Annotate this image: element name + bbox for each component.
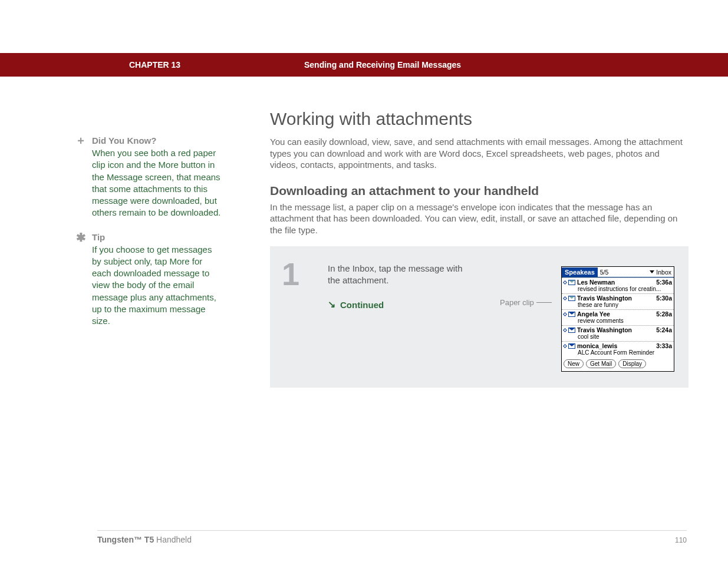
footer-rule bbox=[97, 530, 687, 531]
dyk-heading: + Did You Know? bbox=[75, 135, 223, 146]
chapter-title: Sending and Receiving Email Messages bbox=[304, 60, 461, 70]
message-subject: ALC Account Form Reminder bbox=[564, 349, 672, 356]
message-sender: Travis Washington bbox=[577, 295, 654, 302]
dyk-body: When you see both a red paper clip icon … bbox=[75, 147, 223, 219]
chevron-down-icon bbox=[650, 270, 654, 273]
section-desc: In the message list, a paper clip on a m… bbox=[270, 201, 689, 236]
unread-indicator-icon bbox=[563, 296, 567, 300]
dyk-label: Did You Know? bbox=[92, 135, 156, 146]
message-row[interactable]: Travis Washington 5:30a these are funny bbox=[562, 293, 674, 309]
device-titlebar: Speakeas 5/5 Inbox bbox=[562, 267, 674, 277]
get-mail-button[interactable]: Get Mail bbox=[586, 359, 616, 368]
unread-indicator-icon bbox=[563, 312, 567, 316]
folder-label: Inbox bbox=[656, 269, 671, 276]
tip-body: If you choose to get messages by subject… bbox=[75, 244, 223, 328]
tip-heading: ✱ Tip bbox=[75, 232, 223, 243]
new-button[interactable]: New bbox=[564, 359, 584, 368]
unread-indicator-icon bbox=[563, 328, 567, 332]
section-heading: Downloading an attachment to your handhe… bbox=[270, 184, 689, 198]
chapter-header: CHAPTER 13 Sending and Receiving Email M… bbox=[0, 53, 728, 77]
message-row[interactable]: Angela Yee 5:28a review comments bbox=[562, 309, 674, 325]
message-sender: Les Newman bbox=[577, 279, 654, 286]
message-subject: these are funny bbox=[564, 302, 672, 308]
tip-block: ✱ Tip If you choose to get messages by s… bbox=[75, 232, 223, 328]
message-sender: monica_lewis bbox=[577, 342, 654, 349]
message-row[interactable]: Les Newman 5:36a revised instructions fo… bbox=[562, 277, 674, 293]
message-subject: review comments bbox=[564, 318, 672, 324]
handheld-screenshot: Speakeas 5/5 Inbox Les Newman 5:36a revi… bbox=[561, 266, 674, 372]
tip-label: Tip bbox=[92, 232, 105, 242]
message-subject: revised instructions for creatin... bbox=[564, 286, 672, 292]
footer-product-bold: Tungsten™ T5 bbox=[97, 535, 154, 544]
message-time: 5:24a bbox=[656, 326, 672, 333]
message-time: 3:33a bbox=[656, 342, 672, 349]
envelope-attachment-icon bbox=[568, 296, 575, 301]
sidebar: + Did You Know? When you see both a red … bbox=[75, 135, 223, 340]
step-number: 1 bbox=[282, 258, 311, 372]
page-number: 110 bbox=[675, 536, 687, 544]
intro-paragraph: You can easily download, view, save, and… bbox=[270, 136, 689, 171]
message-row[interactable]: monica_lewis 3:33a ALC Account Form Remi… bbox=[562, 341, 674, 357]
page-title: Working with attachments bbox=[270, 109, 689, 129]
display-button[interactable]: Display bbox=[618, 359, 646, 368]
app-name[interactable]: Speakeas bbox=[562, 267, 598, 277]
plus-icon: + bbox=[75, 135, 86, 146]
footer-product-rest: Handheld bbox=[154, 535, 192, 544]
step-text-col: In the Inbox, tap the message with the a… bbox=[328, 258, 469, 372]
message-sender: Angela Yee bbox=[577, 310, 654, 318]
message-subject: cool site bbox=[564, 333, 672, 340]
device-button-bar: New Get Mail Display bbox=[562, 357, 674, 371]
step-box: 1 In the Inbox, tap the message with the… bbox=[270, 246, 689, 388]
message-sender: Travis Washington bbox=[577, 326, 654, 333]
paper-clip-callout: Paper clip bbox=[500, 298, 534, 307]
asterisk-icon: ✱ bbox=[75, 232, 86, 243]
message-row[interactable]: Travis Washington 5:24a cool site bbox=[562, 325, 674, 341]
chapter-label: CHAPTER 13 bbox=[129, 60, 180, 70]
envelope-icon bbox=[568, 328, 575, 333]
envelope-attachment-icon bbox=[568, 280, 575, 285]
continued-label: Continued bbox=[340, 299, 384, 311]
envelope-icon bbox=[568, 312, 575, 317]
folder-dropdown[interactable]: Inbox bbox=[647, 269, 674, 276]
main-content: Working with attachments You can easily … bbox=[270, 109, 689, 388]
message-time: 5:36a bbox=[656, 279, 672, 286]
unread-indicator-icon bbox=[563, 343, 567, 348]
step-instruction: In the Inbox, tap the message with the a… bbox=[328, 263, 469, 286]
footer-product: Tungsten™ T5 Handheld bbox=[97, 535, 192, 544]
message-time: 5:30a bbox=[656, 295, 672, 302]
envelope-icon bbox=[568, 343, 575, 349]
did-you-know-block: + Did You Know? When you see both a red … bbox=[75, 135, 223, 219]
continued-arrow-icon: ↘ bbox=[328, 299, 335, 311]
message-time: 5:28a bbox=[656, 310, 672, 318]
unread-indicator-icon bbox=[563, 280, 567, 284]
continued-indicator: ↘ Continued bbox=[328, 299, 469, 311]
message-count: 5/5 bbox=[598, 269, 611, 276]
callout-leader-line bbox=[536, 302, 552, 303]
